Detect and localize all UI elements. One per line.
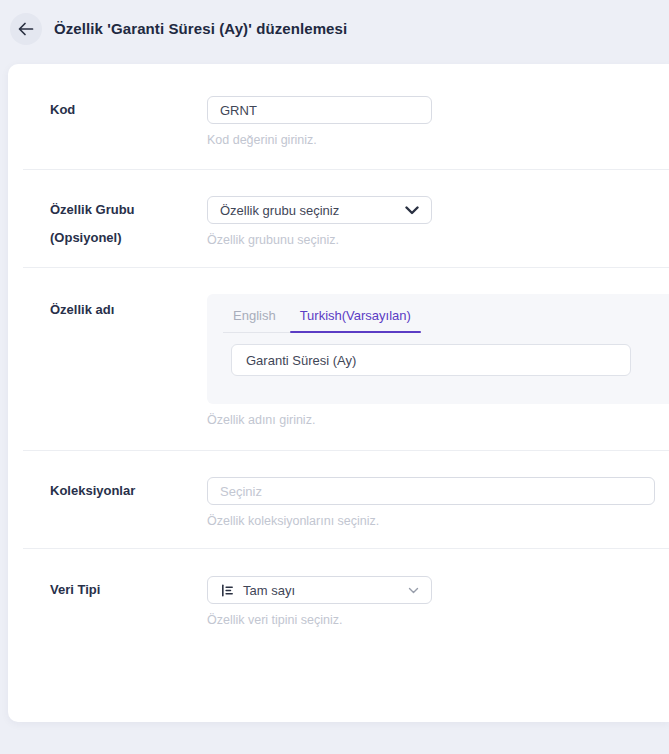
integer-type-list-icon [220, 583, 235, 598]
ozellik-grubu-helper: Özellik grubunu seçiniz. [207, 233, 669, 247]
veri-tipi-select-value: Tam sayı [243, 583, 295, 598]
language-panel: English Turkish(Varsayılan) [207, 294, 669, 404]
form-row-ozellik-adi: Özellik adı English Turkish(Varsayılan) … [8, 268, 669, 451]
veri-tipi-select[interactable]: Tam sayı [207, 576, 432, 604]
ozellik-grubu-label: Özellik Grubu (Opsiyonel) [50, 196, 207, 268]
chevron-down-small-icon [408, 587, 419, 594]
ozellik-adi-helper: Özellik adını giriniz. [207, 413, 669, 427]
tab-turkish-default[interactable]: Turkish(Varsayılan) [290, 306, 421, 332]
kod-helper: Kod değerini giriniz. [207, 133, 669, 147]
ozellik-grubu-select-value: Özellik grubu seçiniz [220, 203, 339, 218]
ozellik-adi-label: Özellik adı [50, 294, 207, 451]
arrow-left-icon [18, 22, 34, 36]
form-row-ozellik-grubu: Özellik Grubu (Opsiyonel) Özellik grubu … [8, 170, 669, 268]
koleksiyonlar-input[interactable] [207, 477, 655, 505]
form-row-veri-tipi: Veri Tipi Tam sayı Özellik veri tipini s… [8, 549, 669, 722]
back-button[interactable] [10, 13, 42, 45]
veri-tipi-helper: Özellik veri tipini seçiniz. [207, 613, 669, 627]
page-title: Özellik 'Garanti Süresi (Ay)' düzenlemes… [54, 20, 347, 37]
ozellik-grubu-select[interactable]: Özellik grubu seçiniz [207, 196, 432, 224]
form-row-koleksiyonlar: Koleksiyonlar Özellik koleksiyonlarını s… [8, 451, 669, 549]
form-card: Kod Kod değerini giriniz. Özellik Grubu … [8, 64, 669, 722]
koleksiyonlar-helper: Özellik koleksiyonlarını seçiniz. [207, 514, 669, 528]
tab-english[interactable]: English [223, 306, 286, 332]
chevron-down-icon [405, 206, 419, 215]
veri-tipi-label: Veri Tipi [50, 576, 207, 722]
ozellik-adi-input[interactable] [231, 344, 631, 376]
language-tabs: English Turkish(Varsayılan) [223, 306, 421, 333]
kod-input[interactable] [207, 96, 432, 124]
form-row-kod: Kod Kod değerini giriniz. [8, 64, 669, 170]
page-header: Özellik 'Garanti Süresi (Ay)' düzenlemes… [0, 0, 669, 58]
koleksiyonlar-label: Koleksiyonlar [50, 477, 207, 549]
kod-label: Kod [50, 96, 207, 170]
